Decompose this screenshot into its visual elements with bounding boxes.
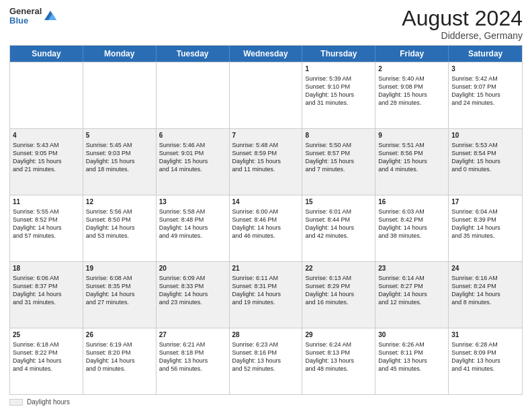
day-number: 6 (159, 131, 226, 140)
cal-cell-0-2 (157, 62, 230, 128)
cal-cell-2-5: 16Sunrise: 6:03 AM Sunset: 8:42 PM Dayli… (375, 195, 449, 261)
cal-cell-0-6: 3Sunrise: 5:42 AM Sunset: 9:07 PM Daylig… (449, 62, 522, 128)
cell-text: Sunrise: 5:45 AM Sunset: 9:03 PM Dayligh… (86, 141, 153, 174)
cell-text: Sunrise: 6:14 AM Sunset: 8:27 PM Dayligh… (378, 274, 445, 307)
calendar: SundayMondayTuesdayWednesdayThursdayFrid… (9, 45, 523, 395)
day-number: 18 (13, 264, 80, 273)
cal-cell-1-5: 9Sunrise: 5:51 AM Sunset: 8:56 PM Daylig… (375, 129, 449, 195)
day-number: 11 (13, 197, 80, 207)
cal-cell-2-4: 15Sunrise: 6:01 AM Sunset: 8:44 PM Dayli… (302, 195, 375, 261)
cal-cell-4-2: 27Sunrise: 6:21 AM Sunset: 8:18 PM Dayli… (157, 328, 230, 394)
cal-cell-2-2: 13Sunrise: 5:58 AM Sunset: 8:48 PM Dayli… (157, 195, 230, 261)
cell-text: Sunrise: 6:11 AM Sunset: 8:31 PM Dayligh… (232, 274, 300, 307)
calendar-row-1: 4Sunrise: 5:43 AM Sunset: 9:05 PM Daylig… (10, 128, 522, 195)
logo-general: General (9, 7, 42, 16)
header: General Blue August 2024 Didderse, Germa… (9, 7, 523, 41)
day-number: 28 (232, 330, 300, 340)
day-number: 16 (378, 197, 445, 207)
cal-cell-2-3: 14Sunrise: 6:00 AM Sunset: 8:46 PM Dayli… (230, 195, 303, 261)
cell-text: Sunrise: 6:19 AM Sunset: 8:20 PM Dayligh… (86, 340, 153, 373)
cell-text: Sunrise: 5:40 AM Sunset: 9:08 PM Dayligh… (378, 75, 445, 107)
day-number: 31 (451, 330, 519, 340)
day-number: 19 (86, 264, 153, 273)
cal-cell-4-4: 29Sunrise: 6:24 AM Sunset: 8:13 PM Dayli… (302, 328, 375, 394)
cal-cell-1-3: 7Sunrise: 5:48 AM Sunset: 8:59 PM Daylig… (230, 129, 303, 195)
day-number: 13 (159, 197, 226, 207)
cal-cell-4-1: 26Sunrise: 6:19 AM Sunset: 8:20 PM Dayli… (83, 328, 157, 394)
cal-cell-3-2: 20Sunrise: 6:09 AM Sunset: 8:33 PM Dayli… (157, 262, 230, 328)
cal-cell-4-3: 28Sunrise: 6:23 AM Sunset: 8:16 PM Dayli… (230, 328, 303, 394)
cal-cell-3-0: 18Sunrise: 6:06 AM Sunset: 8:37 PM Dayli… (10, 262, 83, 328)
cell-text: Sunrise: 6:26 AM Sunset: 8:11 PM Dayligh… (378, 340, 445, 373)
cal-cell-3-5: 23Sunrise: 6:14 AM Sunset: 8:27 PM Dayli… (375, 262, 449, 328)
day-number: 26 (86, 330, 153, 340)
calendar-header-row: SundayMondayTuesdayWednesdayThursdayFrid… (10, 46, 522, 62)
cell-text: Sunrise: 5:42 AM Sunset: 9:07 PM Dayligh… (451, 75, 519, 107)
cell-text: Sunrise: 5:53 AM Sunset: 8:54 PM Dayligh… (451, 141, 519, 174)
header-day-wednesday: Wednesday (230, 46, 303, 62)
cell-text: Sunrise: 6:06 AM Sunset: 8:37 PM Dayligh… (13, 274, 80, 307)
day-number: 5 (86, 131, 153, 140)
day-number: 1 (305, 64, 372, 74)
cell-text: Sunrise: 5:58 AM Sunset: 8:48 PM Dayligh… (159, 208, 226, 240)
calendar-body: 1Sunrise: 5:39 AM Sunset: 9:10 PM Daylig… (10, 62, 522, 394)
cal-cell-3-6: 24Sunrise: 6:16 AM Sunset: 8:24 PM Dayli… (449, 262, 522, 328)
cell-text: Sunrise: 6:08 AM Sunset: 8:35 PM Dayligh… (86, 274, 153, 307)
day-number: 17 (451, 197, 519, 207)
cal-cell-3-4: 22Sunrise: 6:13 AM Sunset: 8:29 PM Dayli… (302, 262, 375, 328)
cal-cell-0-0 (10, 62, 83, 128)
cell-text: Sunrise: 6:21 AM Sunset: 8:18 PM Dayligh… (159, 340, 226, 373)
footer: Daylight hours (9, 398, 523, 406)
logo-icon (43, 8, 58, 23)
cal-cell-1-1: 5Sunrise: 5:45 AM Sunset: 9:03 PM Daylig… (83, 129, 157, 195)
day-number: 12 (86, 197, 153, 207)
location: Didderse, Germany (402, 30, 523, 41)
header-day-thursday: Thursday (302, 46, 375, 62)
page: General Blue August 2024 Didderse, Germa… (0, 0, 532, 411)
logo-text: General Blue (9, 7, 42, 26)
header-day-tuesday: Tuesday (157, 46, 230, 62)
calendar-row-2: 11Sunrise: 5:55 AM Sunset: 8:52 PM Dayli… (10, 195, 522, 261)
cal-cell-1-2: 6Sunrise: 5:46 AM Sunset: 9:01 PM Daylig… (157, 129, 230, 195)
daylight-swatch (9, 399, 23, 406)
footer-label: Daylight hours (27, 398, 70, 406)
cal-cell-0-5: 2Sunrise: 5:40 AM Sunset: 9:08 PM Daylig… (375, 62, 449, 128)
cell-text: Sunrise: 5:46 AM Sunset: 9:01 PM Dayligh… (159, 141, 226, 174)
day-number: 21 (232, 264, 300, 273)
header-day-saturday: Saturday (449, 46, 522, 62)
day-number: 23 (378, 264, 445, 273)
cal-cell-4-0: 25Sunrise: 6:18 AM Sunset: 8:22 PM Dayli… (10, 328, 83, 394)
day-number: 29 (305, 330, 372, 340)
cal-cell-4-6: 31Sunrise: 6:28 AM Sunset: 8:09 PM Dayli… (449, 328, 522, 394)
cal-cell-1-4: 8Sunrise: 5:50 AM Sunset: 8:57 PM Daylig… (302, 129, 375, 195)
title-block: August 2024 Didderse, Germany (402, 7, 523, 41)
logo-blue: Blue (9, 16, 42, 26)
header-day-friday: Friday (375, 46, 449, 62)
cell-text: Sunrise: 5:39 AM Sunset: 9:10 PM Dayligh… (305, 75, 372, 107)
day-number: 4 (13, 131, 80, 140)
cell-text: Sunrise: 6:16 AM Sunset: 8:24 PM Dayligh… (451, 274, 519, 307)
day-number: 7 (232, 131, 300, 140)
cell-text: Sunrise: 5:56 AM Sunset: 8:50 PM Dayligh… (86, 208, 153, 240)
cal-cell-0-3 (230, 62, 303, 128)
calendar-row-4: 25Sunrise: 6:18 AM Sunset: 8:22 PM Dayli… (10, 328, 522, 394)
day-number: 9 (378, 131, 445, 140)
header-day-monday: Monday (83, 46, 157, 62)
cell-text: Sunrise: 6:04 AM Sunset: 8:39 PM Dayligh… (451, 208, 519, 240)
day-number: 3 (451, 64, 519, 74)
cell-text: Sunrise: 6:28 AM Sunset: 8:09 PM Dayligh… (451, 340, 519, 373)
cal-cell-1-6: 10Sunrise: 5:53 AM Sunset: 8:54 PM Dayli… (449, 129, 522, 195)
logo: General Blue (9, 7, 58, 26)
calendar-row-0: 1Sunrise: 5:39 AM Sunset: 9:10 PM Daylig… (10, 62, 522, 128)
cell-text: Sunrise: 6:18 AM Sunset: 8:22 PM Dayligh… (13, 340, 80, 373)
cell-text: Sunrise: 5:51 AM Sunset: 8:56 PM Dayligh… (378, 141, 445, 174)
cal-cell-1-0: 4Sunrise: 5:43 AM Sunset: 9:05 PM Daylig… (10, 129, 83, 195)
cell-text: Sunrise: 5:48 AM Sunset: 8:59 PM Dayligh… (232, 141, 300, 174)
day-number: 15 (305, 197, 372, 207)
cal-cell-4-5: 30Sunrise: 6:26 AM Sunset: 8:11 PM Dayli… (375, 328, 449, 394)
cal-cell-2-6: 17Sunrise: 6:04 AM Sunset: 8:39 PM Dayli… (449, 195, 522, 261)
cell-text: Sunrise: 6:24 AM Sunset: 8:13 PM Dayligh… (305, 340, 372, 373)
cal-cell-2-0: 11Sunrise: 5:55 AM Sunset: 8:52 PM Dayli… (10, 195, 83, 261)
day-number: 10 (451, 131, 519, 140)
cell-text: Sunrise: 5:43 AM Sunset: 9:05 PM Dayligh… (13, 141, 80, 174)
